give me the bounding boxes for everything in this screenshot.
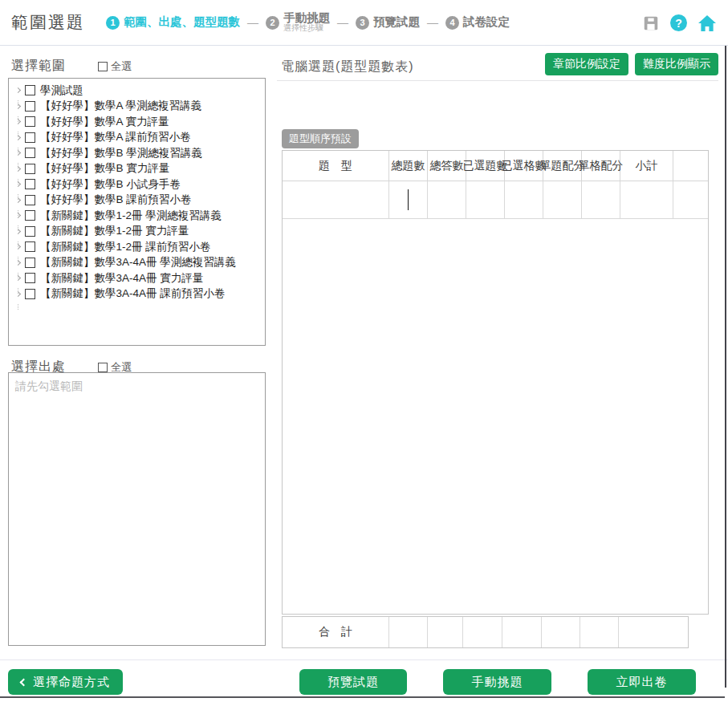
table-input-cell[interactable] <box>673 181 708 219</box>
stepper: 1範圍、出處、題型題數—2手動挑題選擇性步驟—3預覽試題—4試卷設定 <box>106 12 510 33</box>
question-order-preset-button[interactable]: 題型順序預設 <box>282 129 359 148</box>
home-icon[interactable] <box>697 14 717 32</box>
tree-item-checkbox[interactable] <box>25 258 35 268</box>
back-to-method-button[interactable]: 選擇命題方式 <box>8 669 123 695</box>
tree-item[interactable]: 【新關鍵】數學3A-4A冊 學測總複習講義 <box>12 255 265 271</box>
source-list-box[interactable]: 請先勾選範圍 <box>8 372 266 646</box>
step-sublabel: 選擇性步驟 <box>283 24 330 33</box>
step-badge: 1 <box>106 16 120 30</box>
total-value-cell <box>428 617 463 647</box>
expand-chevron-icon[interactable] <box>12 229 24 233</box>
tree-item[interactable]: 【好好學】數學B 實力評量 <box>12 161 265 177</box>
expand-chevron-icon[interactable] <box>12 245 24 249</box>
table-input-cell[interactable] <box>283 181 389 219</box>
table-input-cell[interactable] <box>582 181 620 219</box>
table-input-cell[interactable] <box>428 181 466 219</box>
range-select-all-checkbox[interactable] <box>98 62 108 71</box>
table-header-cell: 單題配分 <box>543 151 582 181</box>
tree-item[interactable]: 【新關鍵】數學1-2冊 實力評量 <box>12 224 265 240</box>
tree-item[interactable]: 【好好學】數學A 學測總複習講義 <box>12 99 265 115</box>
difficulty-ratio-button[interactable]: 難度比例顯示 <box>635 53 718 75</box>
tree-item-label: 【好好學】數學B 小試身手卷 <box>40 177 181 192</box>
tree-item-checkbox[interactable] <box>25 164 35 174</box>
total-value-cell <box>580 617 619 647</box>
tree-item-checkbox[interactable] <box>25 226 35 237</box>
step-4[interactable]: 4試卷設定 <box>445 16 510 30</box>
table-input-cell[interactable] <box>505 181 543 219</box>
tree-item-checkbox[interactable] <box>25 101 35 112</box>
tree-item[interactable]: 【好好學】數學A 課前預習小卷 <box>12 130 265 146</box>
table-header-cell: 已選題數 <box>466 151 505 181</box>
tree-item[interactable]: 【新關鍵】數學3A-4A冊 課前預習小卷 <box>12 286 265 302</box>
tree-item[interactable]: 【新關鍵】數學3A-4A冊 實力評量 <box>12 270 265 286</box>
step-separator: — <box>427 16 438 29</box>
expand-chevron-icon[interactable] <box>12 213 24 217</box>
tree-item[interactable]: 學測試題 <box>12 83 265 99</box>
tree-item-checkbox[interactable] <box>25 179 35 189</box>
tree-item-checkbox[interactable] <box>25 241 35 252</box>
save-icon[interactable] <box>642 14 660 32</box>
source-select-all-checkbox[interactable] <box>98 363 108 372</box>
tree-item-checkbox[interactable] <box>25 289 35 299</box>
expand-chevron-icon[interactable] <box>12 88 24 92</box>
table-input-cell[interactable] <box>543 181 582 219</box>
tree-item[interactable]: 【好好學】數學B 課前預習小卷 <box>12 193 265 209</box>
expand-chevron-icon[interactable] <box>12 167 24 171</box>
tree-item[interactable]: 【新關鍵】數學1-2冊 課前預習小卷 <box>12 239 265 255</box>
tree-item-checkbox[interactable] <box>25 195 35 205</box>
expand-chevron-icon[interactable] <box>12 198 24 202</box>
step-1[interactable]: 1範圍、出處、題型題數 <box>106 16 240 30</box>
tree-item-label: 【好好學】數學B 學測總複習講義 <box>40 146 202 160</box>
step-label: 手動挑題 <box>283 12 330 24</box>
tree-item[interactable]: 【好好學】數學B 學測總複習講義 <box>12 145 265 161</box>
tree-item-label: 【好好學】數學A 課前預習小卷 <box>40 130 191 144</box>
step-badge: 3 <box>356 16 369 30</box>
table-header-cell: 已選格數 <box>505 151 543 181</box>
tree-item[interactable]: 【好好學】數學A 實力評量 <box>12 114 265 130</box>
range-tree[interactable]: 學測試題【好好學】數學A 學測總複習講義【好好學】數學A 實力評量【好好學】數學… <box>8 78 266 346</box>
table-input-cell[interactable] <box>389 181 428 219</box>
tree-item-label: 【好好學】數學B 實力評量 <box>40 161 169 176</box>
range-section-title: 選擇範圍 <box>11 58 98 75</box>
step-2[interactable]: 2手動挑題選擇性步驟 <box>266 12 330 33</box>
tree-item-checkbox[interactable] <box>25 85 35 95</box>
chevron-left-icon <box>20 678 28 686</box>
tree-item-checkbox[interactable] <box>25 148 35 158</box>
range-select-all-label[interactable]: 全選 <box>111 59 132 74</box>
ratio-buttons: 章節比例設定 難度比例顯示 <box>545 53 718 75</box>
tree-item-label: 學測試題 <box>40 83 83 98</box>
tree-item-checkbox[interactable] <box>25 273 35 283</box>
expand-chevron-icon[interactable] <box>12 292 24 296</box>
expand-chevron-icon[interactable] <box>12 261 24 265</box>
tree-item[interactable]: 【新關鍵】數學1-2冊 學測總複習講義 <box>12 208 265 224</box>
preview-questions-button[interactable]: 預覽試題 <box>299 669 407 695</box>
back-button-label: 選擇命題方式 <box>33 675 110 690</box>
step-3[interactable]: 3預覽試題 <box>356 16 420 30</box>
expand-chevron-icon[interactable] <box>12 151 24 155</box>
tree-item-label: 【新關鍵】數學3A-4A冊 實力評量 <box>40 271 203 286</box>
chapter-ratio-button[interactable]: 章節比例設定 <box>545 53 628 75</box>
tree-item-checkbox[interactable] <box>25 116 35 127</box>
expand-chevron-icon[interactable] <box>12 276 24 280</box>
tree-item-checkbox[interactable] <box>25 210 35 221</box>
manual-pick-button[interactable]: 手動挑題 <box>443 669 551 695</box>
expand-chevron-icon[interactable] <box>12 182 24 186</box>
table-input-cell[interactable] <box>620 181 673 219</box>
expand-chevron-icon[interactable] <box>12 136 24 140</box>
tree-item-label: 【新關鍵】數學3A-4A冊 學測總複習講義 <box>40 255 236 270</box>
tree-item-checkbox[interactable] <box>25 132 35 143</box>
step-separator: — <box>247 16 258 29</box>
total-label-cell: 合 計 <box>283 617 389 647</box>
table-header-cell: 小計 <box>620 151 673 181</box>
help-icon[interactable]: ? <box>670 14 687 31</box>
generate-exam-button[interactable]: 立即出卷 <box>588 669 696 695</box>
table-header-cell: 總題數 <box>389 151 428 181</box>
total-value-cell <box>542 617 580 647</box>
expand-chevron-icon[interactable] <box>12 104 24 108</box>
expand-chevron-icon[interactable] <box>12 120 24 124</box>
table-input-cell[interactable] <box>466 181 505 219</box>
tree-item[interactable]: 【好好學】數學B 小試身手卷 <box>12 177 265 193</box>
question-type-table: 題 型總題數總答數已選題數已選格數單題配分單格配分小計 <box>282 150 709 615</box>
tree-item-label: 【好好學】數學A 學測總複習講義 <box>40 99 201 113</box>
tree-item-label: 【新關鍵】數學3A-4A冊 課前預習小卷 <box>40 286 225 301</box>
